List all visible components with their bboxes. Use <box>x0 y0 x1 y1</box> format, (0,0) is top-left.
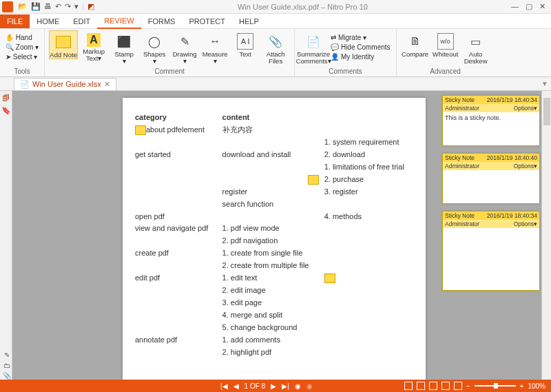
save-icon[interactable]: 💾 <box>31 2 41 11</box>
pages-panel-icon[interactable]: 🗐 <box>2 94 10 102</box>
zoom-slider[interactable] <box>475 385 516 386</box>
drawing-button[interactable]: ✎Drawing▾ <box>170 30 199 65</box>
view-continuous-icon[interactable] <box>417 382 425 390</box>
view-facing-icon[interactable] <box>429 382 437 390</box>
page-navigation: |◀ ◀ 1 OF 8 ▶ ▶| ◉ ◉ <box>220 382 313 390</box>
shapes-button[interactable]: ◯Shapes▾ <box>140 30 169 65</box>
tab-forms[interactable]: FORMS <box>141 14 183 28</box>
sticky-date: 2016/1/19 18:40:34 <box>487 96 537 103</box>
undo-icon[interactable]: ↶ <box>55 2 61 11</box>
last-page-icon[interactable]: ▶| <box>282 382 289 390</box>
sticky-note-icon[interactable] <box>308 175 319 185</box>
layers-icon[interactable]: 🗀 <box>3 362 10 369</box>
tab-edit[interactable]: EDIT <box>66 14 97 28</box>
minimize-icon[interactable]: ― <box>511 2 519 11</box>
my-identity-button[interactable]: 👤 My Identity <box>329 52 391 61</box>
sticky-options[interactable]: Options▾ <box>514 163 537 169</box>
col-header-content: content <box>220 112 322 124</box>
quick-access-toolbar: 📂 💾 🖶 ↶ ↷ ▾ | ◩ <box>18 2 94 11</box>
ribbon-group-comments: 📄Summarize Comments▾ ⇄ Migrate ▾ 💬 Hide … <box>295 29 396 76</box>
sticky-body[interactable] <box>443 170 539 203</box>
whiteout-button[interactable]: w/oWhiteout <box>431 30 460 58</box>
doctab-dropdown-icon[interactable]: ▾ <box>543 79 547 88</box>
sticky-author: Administrator <box>445 105 479 112</box>
view-single-icon[interactable] <box>404 382 413 390</box>
next-page-icon[interactable]: ▶ <box>271 382 276 390</box>
sticky-date: 2016/1/19 18:40:34 <box>487 212 537 219</box>
sticky-title: Sticky Note <box>445 212 475 219</box>
pdf-page: category content about pdfelement 补充内容 1… <box>123 98 426 380</box>
attachments-icon[interactable]: 📎 <box>3 372 11 380</box>
document-tab[interactable]: 📄 Win User Guide.xlsx ✕ <box>14 78 116 90</box>
zoom-value[interactable]: 100% <box>528 382 545 390</box>
doc-icon: 📄 <box>20 80 30 89</box>
title-bar: 📂 💾 🖶 ↶ ↷ ▾ | ◩ Win User Guide.xlsx.pdf … <box>0 0 551 14</box>
zoom-slider-thumb[interactable] <box>494 383 498 389</box>
ribbon-group-advanced: 🗎Compare w/oWhiteout ▭Auto Deskew Advanc… <box>397 29 495 76</box>
migrate-button[interactable]: ⇄ Migrate ▾ <box>329 33 391 42</box>
maximize-icon[interactable]: ▢ <box>526 2 532 11</box>
bookmarks-panel-icon[interactable]: 🔖 <box>1 106 11 115</box>
compare-button[interactable]: 🗎Compare <box>401 30 430 58</box>
sticky-body[interactable]: This is a sticky note. <box>443 112 539 145</box>
tab-home[interactable]: HOME <box>30 14 66 28</box>
sticky-body[interactable] <box>443 228 539 290</box>
open-icon[interactable]: 📂 <box>18 2 28 11</box>
zoom-in-icon[interactable]: + <box>520 382 524 390</box>
view-facing-cont-icon[interactable] <box>441 382 450 390</box>
sticky-author: Administrator <box>445 220 479 227</box>
hide-comments-button[interactable]: 💬 Hide Comments <box>329 43 391 52</box>
qat-extra-icon[interactable]: ◩ <box>87 2 94 11</box>
sticky-note[interactable]: Sticky Note2016/1/19 18:40:34 Administra… <box>442 211 540 291</box>
qat-more-icon[interactable]: ▾ <box>74 2 79 11</box>
text-button[interactable]: A IText <box>231 30 260 58</box>
measure-button[interactable]: ↔Measure▾ <box>200 30 229 65</box>
zoom-out-icon[interactable]: − <box>466 382 470 390</box>
zoom-tool[interactable]: 🔍 Zoom ▾ <box>4 43 40 52</box>
qat-sep: | <box>82 2 84 11</box>
auto-deskew-button[interactable]: ▭Auto Deskew <box>461 30 490 65</box>
ribbon-tabs: FILE HOME EDIT REVIEW FORMS PROTECT HELP <box>0 14 551 29</box>
first-page-icon[interactable]: |◀ <box>220 382 228 390</box>
stamp-button[interactable]: ⬛Stamp▾ <box>110 30 138 65</box>
left-rail: 🗐 🔖 <box>0 91 12 380</box>
vertical-scrollbar[interactable] <box>541 91 551 380</box>
summarize-comments-button[interactable]: 📄Summarize Comments▾ <box>299 30 328 65</box>
sticky-note-icon[interactable] <box>324 274 335 283</box>
prev-page-icon[interactable]: ◀ <box>233 382 239 390</box>
group-label-tools: Tools <box>4 68 40 76</box>
sticky-note[interactable]: Sticky Note2016/1/19 18:40:40 Administra… <box>442 153 540 204</box>
add-note-button[interactable]: Add Note <box>49 30 78 59</box>
tab-file[interactable]: FILE <box>0 14 30 28</box>
signatures-icon[interactable]: ✎ <box>4 351 10 359</box>
view-fullscreen-icon[interactable] <box>454 382 462 390</box>
app-logo <box>2 1 13 12</box>
markup-text-button[interactable]: AMarkup Text▾ <box>79 30 108 63</box>
ribbon: ✋ Hand 🔍 Zoom ▾ ➤ Select ▾ Tools Add Not… <box>0 29 551 77</box>
close-icon[interactable]: ✕ <box>539 2 545 11</box>
print-icon[interactable]: 🖶 <box>44 2 52 11</box>
page-indicator: 1 OF 8 <box>245 382 266 390</box>
window-controls: ― ▢ ✕ <box>511 2 545 11</box>
hand-tool[interactable]: ✋ Hand <box>4 33 40 42</box>
close-tab-icon[interactable]: ✕ <box>104 80 110 89</box>
sticky-note-icon[interactable] <box>135 125 146 135</box>
document-tabs: 📄 Win User Guide.xlsx ✕ ▾ <box>0 77 551 91</box>
nav-fwd-icon[interactable]: ◉ <box>306 382 313 390</box>
tab-protect[interactable]: PROTECT <box>182 14 232 28</box>
sticky-options[interactable]: Options▾ <box>514 220 537 227</box>
nav-back-icon[interactable]: ◉ <box>295 382 301 390</box>
scrollbar-thumb[interactable] <box>543 98 550 125</box>
redo-icon[interactable]: ↷ <box>65 2 71 11</box>
tab-review[interactable]: REVIEW <box>97 14 141 29</box>
select-tool[interactable]: ➤ Select ▾ <box>4 52 40 61</box>
attach-files-button[interactable]: 📎Attach Files <box>261 30 290 65</box>
sticky-options[interactable]: Options▾ <box>514 105 537 112</box>
sticky-notes-panel: Sticky Note2016/1/19 18:40:34 Administra… <box>442 95 540 291</box>
group-label-comments: Comments <box>299 68 391 76</box>
col-header-category: category <box>132 112 220 124</box>
ribbon-group-tools: ✋ Hand 🔍 Zoom ▾ ➤ Select ▾ Tools <box>0 29 45 76</box>
tab-help[interactable]: HELP <box>232 14 266 28</box>
main-area: 🗐 🔖 category content about pdfelement 补充… <box>0 91 551 380</box>
sticky-note[interactable]: Sticky Note2016/1/19 18:40:34 Administra… <box>442 95 540 146</box>
